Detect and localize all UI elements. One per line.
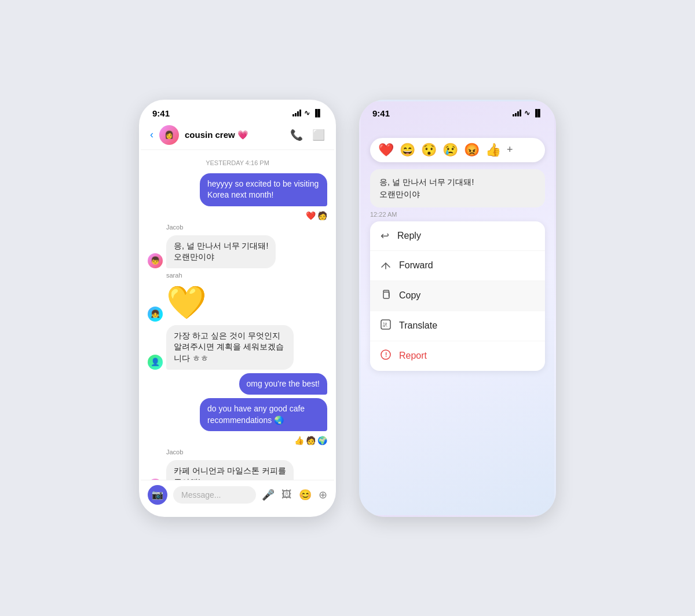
message-row: 👤 가장 하고 싶은 것이 무엇인지 알려주시면 계획을 세워보겠습니다 ㅎㅎ	[148, 325, 327, 370]
context-message-text: 응, 널 만나서 너무 기대돼!오랜만이야	[379, 177, 474, 199]
forward-label: Forward	[399, 260, 433, 271]
forward-button[interactable]: Forward	[370, 251, 545, 281]
status-bar-left: 9:41 ∿ ▐▌	[141, 101, 334, 122]
sender-name: sarah	[166, 272, 327, 279]
sticker: 💛	[166, 283, 207, 322]
reaction-heart[interactable]: ❤️	[378, 143, 394, 158]
back-button[interactable]: ‹	[150, 129, 153, 141]
video-icon[interactable]: ⬜	[312, 129, 325, 141]
input-actions: 🎤 🖼 😊 ⊕	[262, 489, 327, 501]
message-row: do you have any good cafe recommendation…	[148, 398, 327, 431]
signal-icon	[292, 110, 301, 116]
wifi-icon-right: ∿	[524, 109, 530, 117]
input-placeholder: Message...	[181, 490, 221, 500]
group-avatar: 👩	[159, 125, 179, 145]
image-icon[interactable]: 🖼	[281, 489, 292, 501]
status-icons-right: ∿ ▐▌	[513, 109, 543, 117]
report-icon: !	[381, 349, 391, 363]
battery-icon-right: ▐▌	[533, 109, 543, 117]
user3-avatar: 👤	[148, 355, 163, 370]
battery-icon: ▐▌	[313, 109, 323, 117]
avatar-image: 👩	[159, 125, 179, 145]
jacob-avatar: 👦	[148, 253, 163, 268]
copy-icon	[381, 289, 391, 302]
svg-text:!: !	[385, 352, 387, 358]
message-avatar: 👤	[148, 355, 163, 370]
reactions-outgoing: ❤️🧑	[148, 211, 327, 220]
message-bubble[interactable]: omg you're the best!	[239, 373, 327, 395]
message-bubble[interactable]: 가장 하고 싶은 것이 무엇인지 알려주시면 계획을 세워보겠습니다 ㅎㅎ	[166, 325, 294, 370]
report-button[interactable]: ! Report	[370, 341, 545, 371]
sticker-icon[interactable]: 😊	[299, 489, 312, 501]
phone-left: 9:41 ∿ ▐▌ ‹ 👩 cousin crew 💗 📞 ⬜ YESTERDA…	[139, 100, 336, 517]
context-menu: ↩ Reply Forward Copy	[370, 221, 545, 371]
message-avatar: 👦	[148, 253, 163, 268]
translate-button[interactable]: 訳 Translate	[370, 311, 545, 341]
camera-button[interactable]: 📷	[148, 485, 167, 505]
reaction-crying[interactable]: 😢	[442, 143, 458, 158]
reply-icon: ↩	[381, 229, 389, 242]
message-row: 👦 응, 널 만나서 너무 기대돼!오랜만이야	[148, 235, 327, 268]
nav-actions: 📞 ⬜	[290, 129, 325, 141]
status-bar-right: 9:41 ∿ ▐▌	[361, 101, 554, 122]
more-reactions-button[interactable]: +	[507, 144, 513, 156]
message-row: heyyyy so excited to be visiting Korea n…	[148, 173, 327, 206]
chat-area: YESTERDAY 4:16 PM heyyyy so excited to b…	[141, 150, 334, 486]
copy-button[interactable]: Copy	[370, 281, 545, 311]
translate-label: Translate	[399, 320, 437, 331]
message-avatar: 👧	[148, 307, 163, 322]
reactions-picker: ❤️ 😄 😯 😢 😡 👍 +	[370, 138, 545, 162]
sender-name: Jacob	[166, 224, 327, 231]
plus-icon[interactable]: ⊕	[319, 489, 327, 501]
sender-name: Jacob	[166, 449, 327, 455]
status-time-right: 9:41	[372, 108, 390, 118]
input-bar: 📷 Message... 🎤 🖼 😊 ⊕	[141, 480, 334, 515]
status-time-left: 9:41	[152, 108, 170, 118]
svg-rect-0	[383, 292, 389, 298]
message-row: omg you're the best!	[148, 373, 327, 395]
phone-right: 9:41 ∿ ▐▌ ❤️ 😄 😯 😢 😡 👍 + 응, 널 만나서 너무 기대돼…	[359, 100, 556, 517]
status-icons-left: ∿ ▐▌	[292, 109, 323, 117]
reply-label: Reply	[397, 231, 421, 241]
message-bubble[interactable]: do you have any good cafe recommendation…	[200, 398, 327, 431]
timestamp-label: YESTERDAY 4:16 PM	[148, 159, 327, 166]
chat-title[interactable]: cousin crew 💗	[185, 130, 284, 140]
svg-text:訳: 訳	[383, 322, 387, 327]
report-label: Report	[399, 351, 427, 361]
reaction-thumbs-up[interactable]: 👍	[485, 143, 501, 158]
copy-label: Copy	[399, 290, 420, 301]
context-message-bubble: 응, 널 만나서 너무 기대돼!오랜만이야	[370, 169, 545, 207]
signal-icon-right	[513, 110, 521, 116]
translate-icon: 訳	[381, 319, 391, 333]
sticker-row: 👧 💛	[148, 283, 327, 322]
reply-button[interactable]: ↩ Reply	[370, 221, 545, 251]
sarah-avatar: 👧	[148, 307, 163, 322]
context-timestamp: 12:22 AM	[370, 211, 545, 218]
nav-bar: ‹ 👩 cousin crew 💗 📞 ⬜	[141, 122, 334, 150]
reaction-grin[interactable]: 😄	[400, 143, 415, 158]
reactions-outgoing: 👍🧑🌍	[148, 436, 327, 445]
mic-icon[interactable]: 🎤	[262, 489, 275, 501]
reaction-angry[interactable]: 😡	[464, 143, 480, 158]
wifi-icon: ∿	[304, 109, 310, 117]
phone-icon[interactable]: 📞	[290, 129, 303, 141]
message-bubble[interactable]: 응, 널 만나서 너무 기대돼!오랜만이야	[166, 235, 276, 268]
reaction-surprised[interactable]: 😯	[421, 143, 437, 158]
message-input[interactable]: Message...	[173, 486, 256, 504]
message-bubble[interactable]: heyyyy so excited to be visiting Korea n…	[200, 173, 327, 206]
forward-icon	[381, 259, 391, 272]
